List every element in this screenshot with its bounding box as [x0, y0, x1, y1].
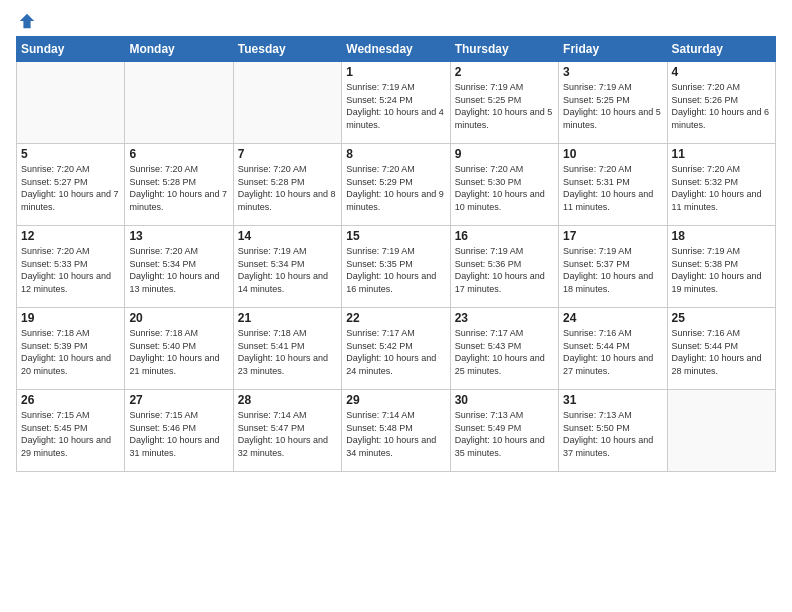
calendar-week-0: 1Sunrise: 7:19 AMSunset: 5:24 PMDaylight…: [17, 62, 776, 144]
day-number: 28: [238, 393, 337, 407]
weekday-header-wednesday: Wednesday: [342, 37, 450, 62]
calendar-cell: 19Sunrise: 7:18 AMSunset: 5:39 PMDayligh…: [17, 308, 125, 390]
day-info: Sunrise: 7:19 AMSunset: 5:25 PMDaylight:…: [563, 81, 662, 131]
calendar-cell: 12Sunrise: 7:20 AMSunset: 5:33 PMDayligh…: [17, 226, 125, 308]
calendar-cell: [125, 62, 233, 144]
calendar-cell: 23Sunrise: 7:17 AMSunset: 5:43 PMDayligh…: [450, 308, 558, 390]
day-info: Sunrise: 7:13 AMSunset: 5:50 PMDaylight:…: [563, 409, 662, 459]
day-number: 10: [563, 147, 662, 161]
day-number: 27: [129, 393, 228, 407]
calendar-week-1: 5Sunrise: 7:20 AMSunset: 5:27 PMDaylight…: [17, 144, 776, 226]
day-number: 23: [455, 311, 554, 325]
day-number: 3: [563, 65, 662, 79]
day-number: 16: [455, 229, 554, 243]
day-number: 2: [455, 65, 554, 79]
day-number: 30: [455, 393, 554, 407]
weekday-header-friday: Friday: [559, 37, 667, 62]
day-number: 6: [129, 147, 228, 161]
calendar-cell: 21Sunrise: 7:18 AMSunset: 5:41 PMDayligh…: [233, 308, 341, 390]
day-info: Sunrise: 7:20 AMSunset: 5:26 PMDaylight:…: [672, 81, 771, 131]
calendar-week-2: 12Sunrise: 7:20 AMSunset: 5:33 PMDayligh…: [17, 226, 776, 308]
day-info: Sunrise: 7:14 AMSunset: 5:47 PMDaylight:…: [238, 409, 337, 459]
day-info: Sunrise: 7:19 AMSunset: 5:24 PMDaylight:…: [346, 81, 445, 131]
calendar-cell: 20Sunrise: 7:18 AMSunset: 5:40 PMDayligh…: [125, 308, 233, 390]
day-number: 13: [129, 229, 228, 243]
calendar-cell: 28Sunrise: 7:14 AMSunset: 5:47 PMDayligh…: [233, 390, 341, 472]
day-info: Sunrise: 7:18 AMSunset: 5:40 PMDaylight:…: [129, 327, 228, 377]
day-info: Sunrise: 7:16 AMSunset: 5:44 PMDaylight:…: [672, 327, 771, 377]
day-number: 4: [672, 65, 771, 79]
calendar-cell: 8Sunrise: 7:20 AMSunset: 5:29 PMDaylight…: [342, 144, 450, 226]
calendar-cell: 24Sunrise: 7:16 AMSunset: 5:44 PMDayligh…: [559, 308, 667, 390]
calendar-cell: [17, 62, 125, 144]
day-info: Sunrise: 7:19 AMSunset: 5:36 PMDaylight:…: [455, 245, 554, 295]
day-info: Sunrise: 7:20 AMSunset: 5:27 PMDaylight:…: [21, 163, 120, 213]
calendar-cell: 27Sunrise: 7:15 AMSunset: 5:46 PMDayligh…: [125, 390, 233, 472]
day-info: Sunrise: 7:18 AMSunset: 5:41 PMDaylight:…: [238, 327, 337, 377]
weekday-header-tuesday: Tuesday: [233, 37, 341, 62]
day-number: 7: [238, 147, 337, 161]
day-info: Sunrise: 7:19 AMSunset: 5:25 PMDaylight:…: [455, 81, 554, 131]
day-number: 1: [346, 65, 445, 79]
calendar-cell: 2Sunrise: 7:19 AMSunset: 5:25 PMDaylight…: [450, 62, 558, 144]
calendar-page: SundayMondayTuesdayWednesdayThursdayFrid…: [0, 0, 792, 612]
calendar-week-3: 19Sunrise: 7:18 AMSunset: 5:39 PMDayligh…: [17, 308, 776, 390]
day-number: 18: [672, 229, 771, 243]
day-number: 9: [455, 147, 554, 161]
day-info: Sunrise: 7:15 AMSunset: 5:45 PMDaylight:…: [21, 409, 120, 459]
calendar-cell: 16Sunrise: 7:19 AMSunset: 5:36 PMDayligh…: [450, 226, 558, 308]
calendar-cell: [233, 62, 341, 144]
weekday-header-monday: Monday: [125, 37, 233, 62]
calendar-cell: 15Sunrise: 7:19 AMSunset: 5:35 PMDayligh…: [342, 226, 450, 308]
day-number: 5: [21, 147, 120, 161]
calendar-cell: 11Sunrise: 7:20 AMSunset: 5:32 PMDayligh…: [667, 144, 775, 226]
day-number: 31: [563, 393, 662, 407]
day-info: Sunrise: 7:20 AMSunset: 5:28 PMDaylight:…: [129, 163, 228, 213]
calendar-cell: 29Sunrise: 7:14 AMSunset: 5:48 PMDayligh…: [342, 390, 450, 472]
day-info: Sunrise: 7:14 AMSunset: 5:48 PMDaylight:…: [346, 409, 445, 459]
day-number: 8: [346, 147, 445, 161]
day-info: Sunrise: 7:17 AMSunset: 5:42 PMDaylight:…: [346, 327, 445, 377]
calendar-cell: 25Sunrise: 7:16 AMSunset: 5:44 PMDayligh…: [667, 308, 775, 390]
day-info: Sunrise: 7:20 AMSunset: 5:32 PMDaylight:…: [672, 163, 771, 213]
day-info: Sunrise: 7:19 AMSunset: 5:34 PMDaylight:…: [238, 245, 337, 295]
calendar-cell: 7Sunrise: 7:20 AMSunset: 5:28 PMDaylight…: [233, 144, 341, 226]
day-info: Sunrise: 7:20 AMSunset: 5:28 PMDaylight:…: [238, 163, 337, 213]
day-info: Sunrise: 7:20 AMSunset: 5:29 PMDaylight:…: [346, 163, 445, 213]
day-number: 12: [21, 229, 120, 243]
day-number: 19: [21, 311, 120, 325]
day-info: Sunrise: 7:20 AMSunset: 5:34 PMDaylight:…: [129, 245, 228, 295]
day-info: Sunrise: 7:18 AMSunset: 5:39 PMDaylight:…: [21, 327, 120, 377]
day-info: Sunrise: 7:19 AMSunset: 5:37 PMDaylight:…: [563, 245, 662, 295]
day-info: Sunrise: 7:17 AMSunset: 5:43 PMDaylight:…: [455, 327, 554, 377]
calendar-cell: 1Sunrise: 7:19 AMSunset: 5:24 PMDaylight…: [342, 62, 450, 144]
day-number: 25: [672, 311, 771, 325]
calendar-cell: 5Sunrise: 7:20 AMSunset: 5:27 PMDaylight…: [17, 144, 125, 226]
day-number: 20: [129, 311, 228, 325]
day-number: 15: [346, 229, 445, 243]
day-info: Sunrise: 7:13 AMSunset: 5:49 PMDaylight:…: [455, 409, 554, 459]
calendar-cell: 13Sunrise: 7:20 AMSunset: 5:34 PMDayligh…: [125, 226, 233, 308]
day-info: Sunrise: 7:20 AMSunset: 5:30 PMDaylight:…: [455, 163, 554, 213]
logo-icon: [18, 12, 36, 30]
logo: [16, 12, 36, 30]
calendar-cell: 9Sunrise: 7:20 AMSunset: 5:30 PMDaylight…: [450, 144, 558, 226]
svg-marker-0: [20, 14, 34, 28]
calendar-cell: 14Sunrise: 7:19 AMSunset: 5:34 PMDayligh…: [233, 226, 341, 308]
calendar-cell: 17Sunrise: 7:19 AMSunset: 5:37 PMDayligh…: [559, 226, 667, 308]
day-info: Sunrise: 7:16 AMSunset: 5:44 PMDaylight:…: [563, 327, 662, 377]
calendar-week-4: 26Sunrise: 7:15 AMSunset: 5:45 PMDayligh…: [17, 390, 776, 472]
calendar-cell: 3Sunrise: 7:19 AMSunset: 5:25 PMDaylight…: [559, 62, 667, 144]
calendar-cell: 18Sunrise: 7:19 AMSunset: 5:38 PMDayligh…: [667, 226, 775, 308]
day-number: 24: [563, 311, 662, 325]
calendar-table: SundayMondayTuesdayWednesdayThursdayFrid…: [16, 36, 776, 472]
day-number: 11: [672, 147, 771, 161]
day-number: 14: [238, 229, 337, 243]
calendar-cell: 6Sunrise: 7:20 AMSunset: 5:28 PMDaylight…: [125, 144, 233, 226]
weekday-header-thursday: Thursday: [450, 37, 558, 62]
day-number: 29: [346, 393, 445, 407]
day-info: Sunrise: 7:20 AMSunset: 5:33 PMDaylight:…: [21, 245, 120, 295]
day-info: Sunrise: 7:15 AMSunset: 5:46 PMDaylight:…: [129, 409, 228, 459]
calendar-cell: 10Sunrise: 7:20 AMSunset: 5:31 PMDayligh…: [559, 144, 667, 226]
weekday-header-saturday: Saturday: [667, 37, 775, 62]
